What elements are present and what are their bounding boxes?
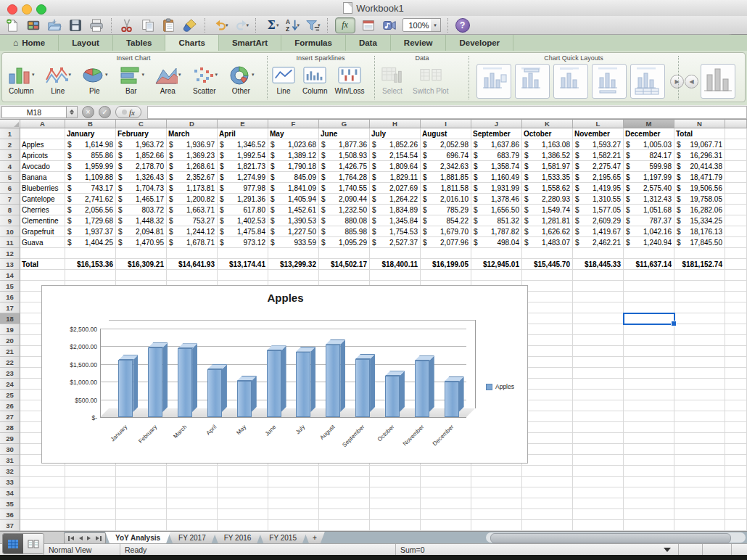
cell-k13[interactable]: $15,445.70 — [522, 259, 573, 270]
aggregate-dropdown[interactable] — [664, 548, 671, 552]
cell-l22[interactable] — [573, 357, 624, 368]
cell-a6[interactable]: Blueberries — [20, 183, 65, 194]
cell-k29[interactable] — [522, 433, 573, 444]
column-header-n[interactable]: N — [674, 120, 725, 128]
cell-n1[interactable]: Total — [674, 128, 725, 139]
cell-l16[interactable] — [573, 292, 624, 302]
cell-a35[interactable] — [20, 498, 65, 509]
cell-a3[interactable]: Apricots — [20, 150, 65, 161]
row-header-14[interactable]: 14 — [0, 270, 20, 281]
cell-a12[interactable] — [20, 248, 65, 259]
cell-m14[interactable] — [624, 270, 674, 281]
cell-m29[interactable] — [624, 433, 674, 444]
cell-e5[interactable]: $1,274.99 — [218, 172, 268, 183]
cell-i37[interactable] — [421, 520, 471, 531]
cell-i4[interactable]: $2,342.63 — [421, 161, 471, 172]
cell-m10[interactable]: $1,042.16 — [624, 226, 674, 237]
format-painter-button[interactable] — [182, 17, 198, 33]
row-header-21[interactable]: 21 — [0, 346, 20, 357]
sheet-tab-fy-2017[interactable]: FY 2017 — [168, 532, 216, 543]
cell-n33[interactable] — [674, 477, 725, 487]
cell-m6[interactable]: $2,575.40 — [624, 183, 674, 194]
row-header-7[interactable]: 7 — [0, 194, 20, 205]
show-formulas-button[interactable] — [360, 17, 376, 33]
cell-l15[interactable] — [573, 281, 624, 292]
cell-c8[interactable]: $803.72 — [116, 205, 167, 215]
quick-layouts-next-button[interactable]: ▶ — [670, 75, 684, 88]
cell-m7[interactable]: $1,312.43 — [624, 194, 674, 205]
cell-l7[interactable]: $1,310.55 — [573, 194, 624, 205]
filter-button[interactable] — [305, 17, 321, 33]
cell-a4[interactable]: Avocado — [20, 161, 65, 172]
name-box-stepper[interactable] — [67, 106, 78, 118]
cell-i2[interactable]: $2,052.98 — [421, 139, 471, 150]
cell-c36[interactable] — [116, 509, 167, 520]
cell-g1[interactable]: June — [319, 128, 370, 139]
cell-k3[interactable]: $1,386.52 — [522, 150, 573, 161]
cell-g37[interactable] — [319, 520, 370, 531]
cell-m13[interactable]: $11,637.14 — [624, 259, 674, 270]
cell-m35[interactable] — [624, 498, 674, 509]
cell-n37[interactable] — [674, 520, 725, 531]
cell-k21[interactable] — [522, 346, 573, 357]
cell-l11[interactable]: $2,462.21 — [573, 237, 624, 248]
cell-e37[interactable] — [218, 520, 268, 531]
cell-m33[interactable] — [624, 477, 674, 487]
cell-j8[interactable]: $1,656.50 — [471, 205, 522, 215]
cell-m22[interactable] — [624, 357, 674, 368]
cell-l31[interactable] — [573, 455, 624, 466]
cell-k16[interactable] — [522, 292, 573, 302]
cell-d3[interactable]: $1,369.23 — [167, 150, 218, 161]
cell-a32[interactable] — [20, 466, 65, 477]
cell-n30[interactable] — [674, 444, 725, 455]
cell-g11[interactable]: $1,095.29 — [319, 237, 370, 248]
cell-k18[interactable] — [522, 313, 573, 324]
cell-h10[interactable]: $1,754.53 — [370, 226, 421, 237]
cell-h14[interactable] — [370, 270, 421, 281]
cell-k8[interactable]: $1,549.74 — [522, 205, 573, 215]
new-document-button[interactable] — [4, 17, 20, 33]
cell-d35[interactable] — [167, 498, 218, 509]
area-ribbon-button[interactable]: ▾Area — [154, 64, 181, 95]
cell-i33[interactable] — [421, 477, 471, 487]
cell-e6[interactable]: $977.98 — [218, 183, 268, 194]
cell-l19[interactable] — [573, 324, 624, 335]
cell-m8[interactable]: $1,051.68 — [624, 205, 674, 215]
cell-k31[interactable] — [522, 455, 573, 466]
cell-l14[interactable] — [573, 270, 624, 281]
cell-k23[interactable] — [522, 368, 573, 379]
cell-f37[interactable] — [268, 520, 319, 531]
cell-h35[interactable] — [370, 498, 421, 509]
cell-j36[interactable] — [471, 509, 522, 520]
cell-a36[interactable] — [20, 509, 65, 520]
cell-i1[interactable]: August — [421, 128, 471, 139]
cell-b33[interactable] — [65, 477, 116, 487]
cell-c32[interactable] — [116, 466, 167, 477]
cell-h1[interactable]: July — [370, 128, 421, 139]
cell-c13[interactable]: $16,309.21 — [116, 259, 167, 270]
save-button[interactable] — [67, 17, 83, 33]
add-sheet-tab[interactable]: + — [305, 532, 325, 543]
cell-m32[interactable] — [624, 466, 674, 477]
cell-g10[interactable]: $885.98 — [319, 226, 370, 237]
cell-l34[interactable] — [573, 487, 624, 498]
cell-d8[interactable]: $1,663.71 — [167, 205, 218, 215]
cell-g32[interactable] — [319, 466, 370, 477]
cell-g5[interactable]: $1,764.28 — [319, 172, 370, 183]
cell-a14[interactable] — [20, 270, 65, 281]
selected-cell-m18[interactable] — [623, 313, 675, 325]
tab-formulas[interactable]: Formulas — [281, 35, 346, 51]
cell-k25[interactable] — [522, 390, 573, 400]
cell-h8[interactable]: $1,834.89 — [370, 205, 421, 215]
cell-e10[interactable]: $1,475.84 — [218, 226, 268, 237]
cell-j12[interactable] — [471, 248, 522, 259]
cell-n27[interactable] — [674, 411, 725, 422]
cell-l26[interactable] — [573, 400, 624, 411]
row-header-6[interactable]: 6 — [0, 183, 20, 194]
cell-i10[interactable]: $1,679.70 — [421, 226, 471, 237]
last-sheet-button[interactable] — [96, 536, 102, 541]
row-header-33[interactable]: 33 — [0, 477, 20, 487]
cell-l5[interactable]: $2,195.65 — [573, 172, 624, 183]
confirm-entry-button[interactable]: ✓ — [99, 106, 111, 118]
cell-m31[interactable] — [624, 455, 674, 466]
